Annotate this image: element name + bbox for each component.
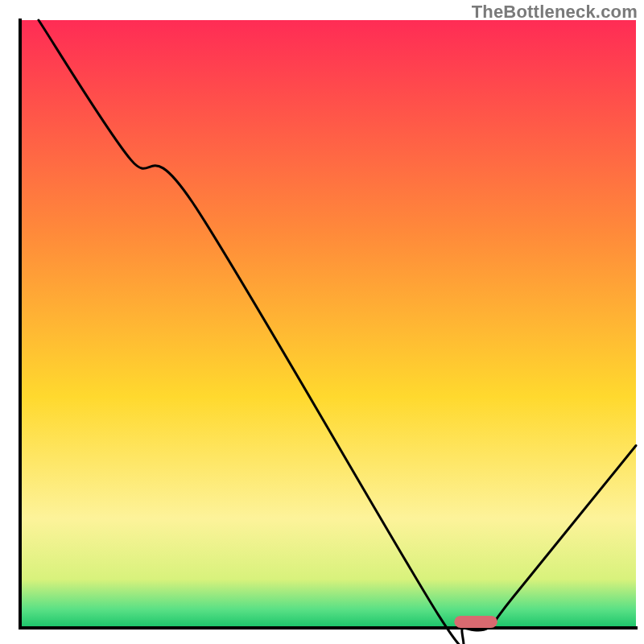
- gradient-background: [20, 20, 636, 628]
- bottleneck-chart: [0, 0, 644, 644]
- chart-stage: TheBottleneck.com: [0, 0, 644, 644]
- optimum-marker: [454, 616, 497, 628]
